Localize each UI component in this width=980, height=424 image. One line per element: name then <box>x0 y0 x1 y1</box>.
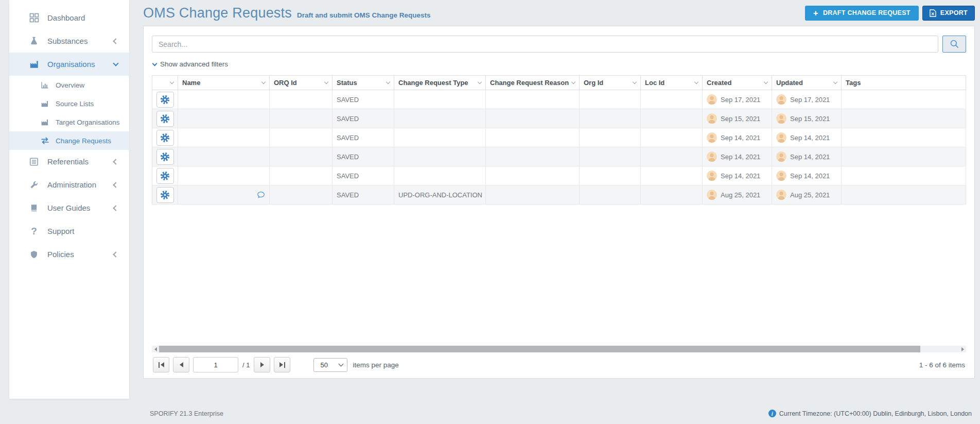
gear-icon <box>160 114 170 124</box>
cell-created: Sep 14, 2021 <box>703 166 772 185</box>
comment-icon[interactable] <box>257 191 265 199</box>
draft-change-request-button[interactable]: + DRAFT CHANGE REQUEST <box>805 6 919 21</box>
column-menu-icon[interactable] <box>170 80 174 84</box>
cell-tags <box>842 166 966 185</box>
column-orq-id[interactable]: ORQ Id <box>270 76 332 90</box>
user-avatar <box>707 151 717 162</box>
table-row[interactable]: SAVED Sep 14, 2021 Sep 14, 2021 <box>152 128 966 147</box>
export-button[interactable]: EXPORT <box>922 6 975 21</box>
column-org-id[interactable]: Org Id <box>580 76 641 90</box>
row-actions-button[interactable] <box>156 130 174 146</box>
table-row[interactable]: SAVED Sep 14, 2021 Sep 14, 2021 <box>152 166 966 185</box>
page-number-input[interactable] <box>193 357 238 372</box>
items-per-page-select[interactable]: 50 <box>313 358 347 372</box>
column-menu-icon[interactable] <box>694 80 698 84</box>
row-actions-button[interactable] <box>156 168 174 184</box>
user-avatar <box>707 190 717 200</box>
sidebar-subitem-label: Source Lists <box>56 100 94 108</box>
previous-page-button[interactable] <box>173 357 189 372</box>
column-menu-icon[interactable] <box>764 80 768 84</box>
flask-icon <box>28 36 40 46</box>
first-page-button[interactable] <box>153 357 169 372</box>
row-actions-button[interactable] <box>156 187 174 203</box>
column-name[interactable]: Name <box>178 76 270 90</box>
column-change-request-type[interactable]: Change Request Type <box>394 76 486 90</box>
info-icon: i <box>768 410 776 417</box>
sidebar-item-administration[interactable]: Administration <box>9 173 129 196</box>
sidebar-subitem-target-organisations[interactable]: Target Organisations <box>9 113 129 131</box>
change-requests-table: Name ORQ Id Status Change Request Type C… <box>152 75 966 346</box>
column-menu-icon[interactable] <box>478 80 482 84</box>
sidebar-item-label: Support <box>47 227 75 235</box>
cell-name <box>178 185 270 205</box>
horizontal-scrollbar[interactable] <box>152 346 966 352</box>
user-avatar <box>776 132 786 143</box>
cell-loc-id <box>641 185 703 205</box>
column-status[interactable]: Status <box>332 76 394 90</box>
column-created[interactable]: Created <box>703 76 772 90</box>
user-avatar <box>776 190 786 200</box>
column-menu-icon[interactable] <box>386 80 390 84</box>
cell-orq-id <box>270 185 332 205</box>
table-row[interactable]: SAVED Sep 17, 2021 Sep 17, 2021 <box>152 90 966 109</box>
table-row[interactable]: SAVED Sep 15, 2021 Sep 15, 2021 <box>152 109 966 128</box>
column-menu-icon[interactable] <box>833 80 837 84</box>
chevron-down-icon <box>113 60 118 66</box>
cell-org-id <box>580 128 641 147</box>
column-menu-icon[interactable] <box>633 80 637 84</box>
table-row[interactable]: SAVED UPD-ORG-AND-LOCATION Aug 25, 2021 … <box>152 185 966 205</box>
row-actions-button[interactable] <box>156 92 174 108</box>
scroll-left-arrow[interactable] <box>152 346 159 352</box>
search-bar <box>152 36 966 53</box>
pagination-bar: / 1 50 items per page 1 - 6 of 6 items <box>152 352 966 378</box>
scrollbar-thumb[interactable] <box>159 346 920 352</box>
user-avatar <box>707 113 717 124</box>
chevron-down-icon <box>152 61 157 66</box>
sidebar-subitem-change-requests[interactable]: Change Requests <box>9 131 129 150</box>
column-actions[interactable] <box>152 76 178 90</box>
chevron-left-icon <box>113 38 118 44</box>
search-button[interactable] <box>942 36 966 53</box>
row-actions-button[interactable] <box>156 111 174 127</box>
column-menu-icon[interactable] <box>324 80 328 84</box>
cell-name <box>178 166 270 185</box>
cell-updated: Sep 17, 2021 <box>772 90 842 109</box>
sidebar-item-organisations[interactable]: Organisations <box>9 53 129 76</box>
table-row[interactable]: SAVED Sep 14, 2021 Sep 14, 2021 <box>152 147 966 166</box>
column-tags[interactable]: Tags <box>842 76 966 90</box>
sidebar-item-user-guides[interactable]: User Guides <box>9 196 129 219</box>
user-avatar <box>776 113 786 124</box>
column-menu-icon[interactable] <box>261 80 266 84</box>
swap-arrows-icon <box>40 137 49 145</box>
cell-org-id <box>580 147 641 166</box>
column-change-request-reason[interactable]: Change Request Reason <box>486 76 580 90</box>
row-actions-button[interactable] <box>156 149 174 165</box>
user-avatar <box>707 171 717 181</box>
scroll-right-arrow[interactable] <box>959 346 966 352</box>
show-advanced-filters-toggle[interactable]: Show advanced filters <box>152 60 966 68</box>
column-loc-id[interactable]: Loc Id <box>641 76 703 90</box>
export-file-icon <box>930 9 936 17</box>
column-updated[interactable]: Updated <box>772 76 842 90</box>
sidebar-item-policies[interactable]: Policies <box>9 243 129 266</box>
cell-status: SAVED <box>332 147 394 166</box>
last-page-button[interactable] <box>274 357 290 372</box>
page-footer: SPORIFY 21.3 Enterprise i Current Timezo… <box>143 410 975 417</box>
content-card: Show advanced filters Name ORQ Id <box>143 26 975 379</box>
cell-change-request-reason <box>486 90 580 109</box>
search-input[interactable] <box>152 36 938 53</box>
sidebar-item-label: Dashboard <box>47 13 85 22</box>
sidebar-item-referentials[interactable]: Referentials <box>9 150 129 173</box>
cell-org-id <box>580 109 641 128</box>
sidebar-subitem-overview[interactable]: Overview <box>9 76 129 94</box>
cell-loc-id <box>641 90 703 109</box>
sidebar-item-substances[interactable]: Substances <box>9 29 129 53</box>
column-menu-icon[interactable] <box>571 80 575 84</box>
sidebar-item-dashboard[interactable]: Dashboard <box>9 6 129 29</box>
cell-name <box>178 109 270 128</box>
next-page-button[interactable] <box>254 357 270 372</box>
shield-icon <box>28 249 40 260</box>
organisations-submenu: Overview Source Lists Target Organisatio… <box>9 76 129 150</box>
sidebar-subitem-source-lists[interactable]: Source Lists <box>9 94 129 113</box>
sidebar-item-support[interactable]: ? Support <box>9 219 129 243</box>
